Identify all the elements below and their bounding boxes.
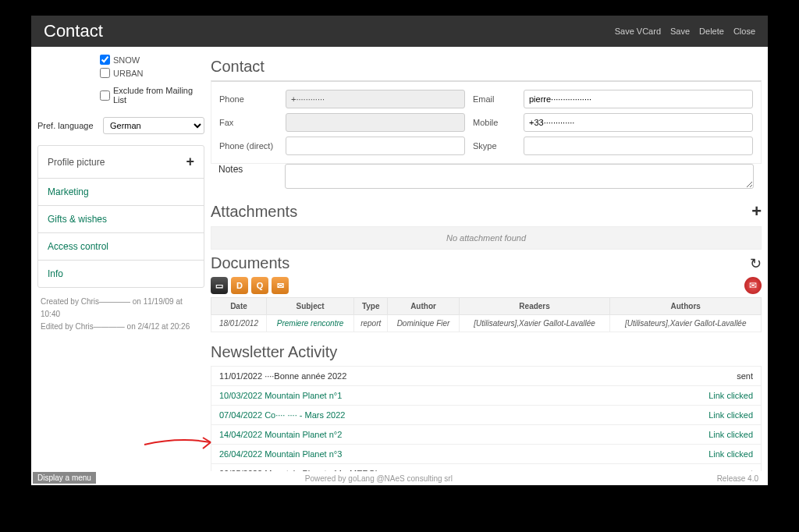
contact-heading: Contact — [211, 58, 762, 76]
documents-heading: Documents ↻ — [211, 254, 762, 272]
sidebar: SNOW URBAN Exclude from Mailing List Pre… — [31, 47, 211, 485]
access-control-section[interactable]: Access control — [38, 233, 204, 260]
record-meta: Created by Chris———— on 11/19/09 at 10:4… — [41, 296, 201, 333]
newsletter-heading: Newsletter Activity — [211, 343, 762, 361]
doc-type-icon-1[interactable]: ▭ — [211, 277, 228, 294]
release-label: Release 4.0 — [717, 474, 758, 483]
newsletter-row[interactable]: 14/04/2022 Mountain Planet n°2Link click… — [211, 425, 761, 445]
created-by: Created by Chris———— on 11/19/09 at 10:4… — [41, 296, 201, 321]
accordion: Profile picture+ Marketing Gifts & wishe… — [37, 145, 204, 288]
delete-button[interactable]: Delete — [699, 27, 724, 36]
marketing-section[interactable]: Marketing — [38, 179, 204, 205]
topbar: Contact Save VCard Save Delete Close — [31, 16, 768, 47]
menu-hint: Display a menu — [33, 472, 96, 484]
notes-textarea[interactable] — [285, 164, 754, 189]
doc-type-icon-3[interactable]: Q — [251, 277, 268, 294]
phone-label: Phone — [219, 94, 278, 104]
email-input[interactable] — [524, 90, 753, 108]
col-readers[interactable]: Readers — [459, 298, 610, 315]
skype-label: Skype — [473, 141, 516, 151]
exclude-mailing-checkbox[interactable] — [100, 90, 110, 101]
plus-icon: + — [186, 154, 194, 170]
save-vcard-button[interactable]: Save VCard — [615, 27, 661, 36]
phone-direct-input[interactable] — [286, 137, 465, 155]
newsletter-row[interactable]: 26/04/2022 Mountain Planet n°3Link click… — [211, 445, 761, 464]
add-attachment-button[interactable]: + — [751, 201, 762, 222]
profile-picture-section[interactable]: Profile picture+ — [38, 146, 204, 178]
content: Contact Phone Email Fax Mobile Phone (di… — [211, 47, 768, 485]
page-title: Contact — [44, 21, 615, 41]
phone-direct-label: Phone (direct) — [219, 141, 278, 151]
documents-table: Date Subject Type Author Readers Authors… — [211, 297, 762, 332]
refresh-icon[interactable]: ↻ — [750, 255, 762, 272]
topbar-actions: Save VCard Save Delete Close — [615, 27, 755, 36]
col-authors[interactable]: Authors — [610, 298, 762, 315]
pref-language-select[interactable]: German — [103, 117, 204, 134]
urban-label: URBAN — [113, 69, 144, 78]
gifts-section[interactable]: Gifts & wishes — [38, 206, 204, 232]
doc-type-icon-2[interactable]: D — [231, 277, 248, 294]
exclude-mailing-label: Exclude from Mailing List — [113, 86, 204, 105]
col-date[interactable]: Date — [211, 298, 267, 315]
close-button[interactable]: Close — [733, 27, 755, 36]
doc-mail-icon[interactable]: ✉ — [744, 277, 762, 294]
snow-checkbox[interactable] — [100, 55, 110, 65]
doc-type-icon-4[interactable]: ✉ — [272, 277, 289, 294]
contact-form: Phone Email Fax Mobile Phone (direct) Sk… — [211, 80, 762, 164]
mobile-label: Mobile — [473, 118, 516, 127]
urban-checkbox[interactable] — [100, 68, 110, 78]
info-section[interactable]: Info — [38, 261, 204, 287]
footer: Powered by goLang @NAeS consulting srl R… — [31, 471, 768, 485]
attachments-empty: No attachment found — [211, 226, 762, 250]
powered-by: Powered by goLang @NAeS consulting srl — [305, 474, 453, 483]
newsletter-row[interactable]: 07/04/2022 Co···· ···· - Mars 2022Link c… — [211, 406, 761, 425]
email-label: Email — [473, 94, 516, 104]
newsletter-row[interactable]: 10/03/2022 Mountain Planet n°1Link click… — [211, 386, 761, 406]
table-row[interactable]: 18/01/2012 Premiere rencontre report Dom… — [211, 315, 762, 332]
phone-input[interactable] — [286, 90, 465, 108]
document-toolbar: ▭ D Q ✉ ✉ — [211, 277, 762, 294]
newsletter-list: 11/01/2022 ····Bonne année 2022sent 10/0… — [211, 366, 762, 485]
attachments-heading: Attachments + — [211, 201, 762, 222]
notes-label: Notes — [218, 164, 277, 175]
snow-label: SNOW — [113, 55, 140, 65]
mobile-input[interactable] — [524, 113, 753, 132]
edited-by: Edited by Chris———— on 2/4/12 at 20:26 — [41, 321, 201, 333]
col-subject[interactable]: Subject — [266, 298, 353, 315]
col-type[interactable]: Type — [354, 298, 388, 315]
col-author[interactable]: Author — [388, 298, 460, 315]
fax-label: Fax — [219, 118, 278, 127]
pref-language-label: Pref. language — [37, 121, 97, 130]
newsletter-row[interactable]: 11/01/2022 ····Bonne année 2022sent — [211, 367, 761, 386]
skype-input[interactable] — [524, 137, 753, 155]
fax-input[interactable] — [286, 113, 465, 132]
save-button[interactable]: Save — [670, 27, 690, 36]
